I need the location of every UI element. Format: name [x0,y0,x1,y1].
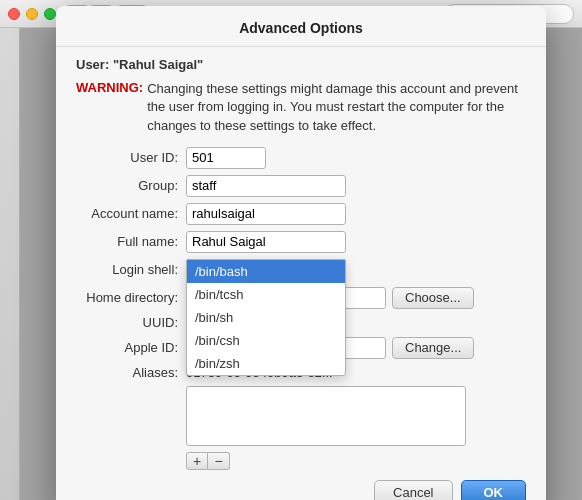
warning-text: Changing these settings might damage thi… [147,80,526,135]
group-label: Group: [76,178,186,193]
maximize-button[interactable] [44,8,56,20]
dialog-title: Advanced Options [56,6,546,47]
dialog-body: User: "Rahul Saigal" WARNING: Changing t… [56,57,546,470]
account-name-input[interactable] [186,203,346,225]
dropdown-item-sh[interactable]: /bin/sh [187,306,345,329]
add-remove-row: + − [186,452,526,470]
content-area: Advanced Options User: "Rahul Saigal" WA… [0,28,582,500]
home-directory-label: Home directory: [76,290,186,305]
full-name-input[interactable] [186,231,346,253]
full-name-label: Full name: [76,234,186,249]
warning-box: WARNING: Changing these settings might d… [76,80,526,135]
dialog-footer: Cancel OK [56,470,546,500]
login-shell-row: Login shell: /bin/bash ▼ /bin/bash /bin/… [76,259,526,281]
account-name-row: Account name: [76,203,526,225]
dialog-backdrop: Advanced Options User: "Rahul Saigal" WA… [20,28,582,500]
user-label: User: [76,57,109,72]
aliases-label: Aliases: [76,365,186,380]
user-name: "Rahul Saigal" [113,57,203,72]
ok-button[interactable]: OK [461,480,527,500]
close-button[interactable] [8,8,20,20]
advanced-options-dialog: Advanced Options User: "Rahul Saigal" WA… [56,6,546,500]
account-name-label: Account name: [76,206,186,221]
minimize-button[interactable] [26,8,38,20]
traffic-lights [8,8,56,20]
change-button[interactable]: Change... [392,337,474,359]
dropdown-item-tcsh[interactable]: /bin/tcsh [187,283,345,306]
warning-label: WARNING: [76,80,143,135]
main-content: Advanced Options User: "Rahul Saigal" WA… [20,28,582,500]
user-label-row: User: "Rahul Saigal" [76,57,526,72]
full-name-row: Full name: [76,231,526,253]
dropdown-item-csh[interactable]: /bin/csh [187,329,345,352]
cancel-button[interactable]: Cancel [374,480,452,500]
group-input[interactable] [186,175,346,197]
sidebar-strip [0,28,20,500]
group-row: Group: [76,175,526,197]
dropdown-item-bash[interactable]: /bin/bash [187,260,345,283]
dropdown-item-zsh[interactable]: /bin/zsh [187,352,345,375]
user-id-row: User ID: [76,147,526,169]
add-alias-button[interactable]: + [186,452,208,470]
login-shell-label: Login shell: [76,262,186,277]
dropdown-menu: /bin/bash /bin/tcsh /bin/sh /bin/csh /bi… [186,259,346,376]
uuid-label: UUID: [76,315,186,330]
user-id-input[interactable] [186,147,266,169]
remove-alias-button[interactable]: − [208,452,230,470]
choose-button[interactable]: Choose... [392,287,474,309]
apple-id-label: Apple ID: [76,340,186,355]
aliases-list-area [186,386,466,446]
user-id-label: User ID: [76,150,186,165]
login-shell-dropdown[interactable]: /bin/bash ▼ /bin/bash /bin/tcsh /bin/sh … [186,259,346,281]
